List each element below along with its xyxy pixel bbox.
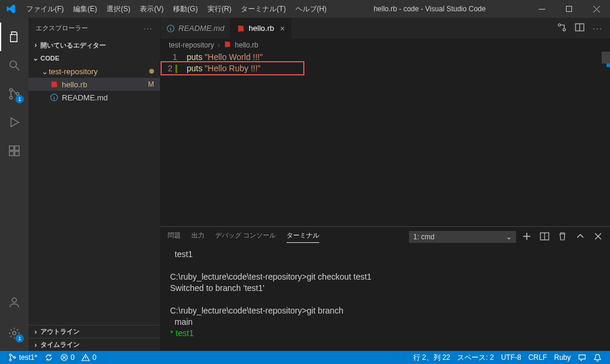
maximize-button[interactable] xyxy=(555,0,583,18)
outline-section[interactable]: › アウトライン xyxy=(29,325,160,338)
menu-view[interactable]: 表示(V) xyxy=(135,4,168,14)
search-icon[interactable] xyxy=(0,51,29,80)
breadcrumb-segment[interactable]: hello.rb xyxy=(235,41,258,49)
ruby-file-icon xyxy=(237,24,245,33)
more-icon[interactable]: ··· xyxy=(593,24,603,33)
errors-count: 0 xyxy=(71,353,75,362)
activity-bar: 1 1 xyxy=(0,18,29,351)
minimap[interactable] xyxy=(580,52,610,226)
account-icon[interactable] xyxy=(0,288,29,316)
open-editors-section[interactable]: › 開いているエディター xyxy=(29,39,160,52)
terminal-line: C:\ruby_lecture\code\test-repository>git… xyxy=(170,306,343,315)
panel-tab-terminal[interactable]: ターミナル xyxy=(287,231,319,243)
tab-label: README.md xyxy=(178,24,224,33)
svg-point-14 xyxy=(563,29,565,31)
status-bar: test1* 0 0 行 2、列 22 スペース: 2 UTF-8 CRLF R… xyxy=(0,351,610,364)
breadcrumb-segment[interactable]: test-repository xyxy=(169,41,214,49)
tab-readme[interactable]: README.md xyxy=(161,18,231,39)
file-row-hello-rb[interactable]: hello.rb M xyxy=(29,78,160,91)
status-warnings[interactable]: 0 xyxy=(78,353,100,362)
title-bar: ファイル(F) 編集(E) 選択(S) 表示(V) 移動(G) 実行(R) ター… xyxy=(0,0,610,18)
kill-terminal-icon[interactable] xyxy=(558,232,567,242)
explorer-icon[interactable] xyxy=(0,23,29,51)
editor-tabs: README.md hello.rb × ··· xyxy=(161,18,610,39)
sidebar-more-icon[interactable]: ··· xyxy=(144,25,153,32)
code-keyword: puts xyxy=(187,52,202,62)
folder-row[interactable]: ⌄ test-repository xyxy=(29,65,160,78)
code-editor[interactable]: 1 2 puts "Hello World !!!" puts "Hello R… xyxy=(161,52,610,226)
debug-icon[interactable] xyxy=(0,108,29,137)
svg-rect-5 xyxy=(10,146,14,150)
compare-icon[interactable] xyxy=(557,23,567,34)
sidebar-title: エクスプローラー xyxy=(36,24,88,33)
minimap-slider[interactable] xyxy=(602,52,610,64)
timeline-section[interactable]: › タイムライン xyxy=(29,338,160,351)
svg-point-3 xyxy=(10,96,12,99)
info-file-icon xyxy=(166,24,175,33)
tab-label: hello.rb xyxy=(249,24,274,33)
menu-go[interactable]: 移動(G) xyxy=(168,4,202,14)
status-encoding[interactable]: UTF-8 xyxy=(498,353,525,363)
new-terminal-icon[interactable] xyxy=(522,232,532,242)
split-terminal-icon[interactable] xyxy=(540,232,549,242)
status-errors[interactable]: 0 xyxy=(56,353,78,362)
status-sync[interactable] xyxy=(41,353,56,362)
menu-help[interactable]: ヘルプ(H) xyxy=(291,4,332,14)
status-eol[interactable]: CRLF xyxy=(525,353,551,363)
terminal-selector-label: 1: cmd xyxy=(413,233,435,241)
chevron-right-icon: › xyxy=(31,341,40,349)
sidebar: エクスプローラー ··· › 開いているエディター ⌄ CODE ⌄ test-… xyxy=(29,18,161,351)
file-row-readme[interactable]: README.md xyxy=(29,91,160,104)
chevron-down-icon: ⌄ xyxy=(506,233,512,241)
svg-point-1 xyxy=(10,61,17,68)
status-spaces[interactable]: スペース: 2 xyxy=(454,353,497,363)
code-string: "Hello World !!!" xyxy=(205,52,263,62)
close-panel-icon[interactable] xyxy=(593,232,603,242)
menu-terminal[interactable]: ターミナル(T) xyxy=(236,4,290,14)
extensions-icon[interactable] xyxy=(0,137,29,165)
svg-rect-8 xyxy=(15,146,19,150)
info-file-icon xyxy=(50,93,58,102)
close-button[interactable] xyxy=(583,0,610,18)
menu-edit[interactable]: 編集(E) xyxy=(68,4,102,14)
line-number: 1 xyxy=(161,52,177,63)
chevron-down-icon: ⌄ xyxy=(31,54,40,62)
terminal[interactable]: test1 C:\ruby_lecture\code\test-reposito… xyxy=(161,246,610,351)
code-content[interactable]: puts "Hello World !!!" puts "Hello Ruby … xyxy=(184,52,580,226)
split-editor-icon[interactable] xyxy=(575,23,584,34)
source-control-icon[interactable]: 1 xyxy=(0,80,29,108)
svg-point-10 xyxy=(12,331,16,335)
menu-run[interactable]: 実行(R) xyxy=(203,4,237,14)
panel-tab-output[interactable]: 出力 xyxy=(191,231,205,243)
settings-gear-icon[interactable]: 1 xyxy=(0,319,29,347)
file-status: M xyxy=(148,80,154,88)
tab-hello-rb[interactable]: hello.rb × xyxy=(231,18,291,39)
maximize-panel-icon[interactable] xyxy=(576,232,585,242)
panel-tab-debug[interactable]: デバッグ コンソール xyxy=(215,231,276,243)
status-language[interactable]: Ruby xyxy=(551,353,574,363)
workspace-section[interactable]: ⌄ CODE xyxy=(29,52,160,65)
status-feedback-icon[interactable] xyxy=(574,353,590,363)
breadcrumb[interactable]: test-repository › hello.rb xyxy=(161,39,610,52)
modified-dot-icon xyxy=(149,69,154,74)
status-branch[interactable]: test1* xyxy=(5,353,41,362)
window-title: hello.rb - code - Visual Studio Code xyxy=(331,5,528,13)
panel-tab-problems[interactable]: 問題 xyxy=(168,231,181,243)
git-added-marker-icon xyxy=(175,65,177,73)
window-controls xyxy=(528,0,610,18)
terminal-selector[interactable]: 1: cmd ⌄ xyxy=(409,231,516,243)
terminal-line: test1 xyxy=(170,249,193,259)
close-icon[interactable]: × xyxy=(280,24,285,33)
chevron-right-icon: › xyxy=(218,41,220,49)
minimize-button[interactable] xyxy=(528,0,555,18)
line-number: 2 xyxy=(168,64,172,73)
status-line-col[interactable]: 行 2、列 22 xyxy=(410,353,454,363)
settings-badge: 1 xyxy=(15,334,24,343)
menu-file[interactable]: ファイル(F) xyxy=(21,4,68,14)
terminal-line: * test1 xyxy=(170,328,194,338)
vscode-logo-icon xyxy=(6,4,15,14)
panel: 問題 出力 デバッグ コンソール ターミナル 1: cmd ⌄ xyxy=(161,226,610,351)
status-bell-icon[interactable] xyxy=(590,353,605,363)
svg-point-19 xyxy=(14,356,15,358)
menu-selection[interactable]: 選択(S) xyxy=(102,4,135,14)
